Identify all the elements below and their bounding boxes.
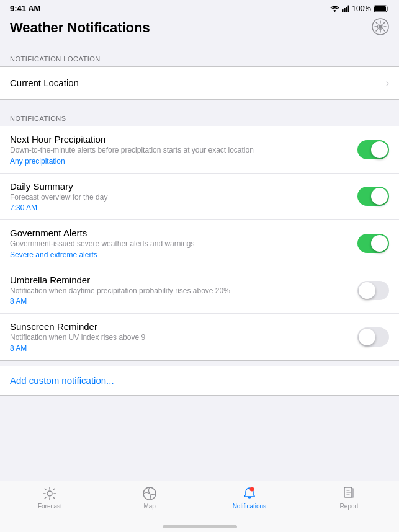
status-time: 9:41 AM <box>10 4 40 13</box>
add-custom-section: Add custom notification... <box>0 366 399 396</box>
notification-detail: 8 AM <box>10 344 357 353</box>
svg-rect-2 <box>346 7 348 12</box>
report-icon <box>342 486 357 501</box>
svg-point-9 <box>47 491 52 496</box>
page-header: Weather Notifications <box>0 16 399 45</box>
tab-forecast[interactable]: Forecast <box>0 486 100 510</box>
notification-item-content: Umbrella Reminder Notification when dayt… <box>10 275 357 306</box>
notification-detail: Any precipitation <box>10 157 357 166</box>
notification-subtitle: Government-issued severe weather alerts … <box>10 239 357 249</box>
current-location-content: Current Location <box>10 78 381 89</box>
battery-icon <box>374 5 389 12</box>
status-bar: 9:41 AM 100% <box>0 0 399 16</box>
map-icon <box>142 486 157 501</box>
svg-rect-5 <box>374 6 386 11</box>
status-icons: 100% <box>330 4 389 13</box>
status-right: 100% <box>330 4 389 13</box>
add-custom-label: Add custom notification... <box>10 375 114 386</box>
svg-point-7 <box>379 25 382 29</box>
notification-title: Umbrella Reminder <box>10 275 357 285</box>
location-card: Current Location › <box>0 66 399 100</box>
notifications-icon <box>242 486 257 501</box>
tab-notifications-label: Notifications <box>233 503 266 510</box>
tab-forecast-label: Forecast <box>38 503 62 510</box>
gear-icon <box>372 18 389 35</box>
tab-report-label: Report <box>340 503 359 510</box>
notifications-card: Next Hour Precipitation Down-to-the-minu… <box>0 126 399 361</box>
chevron-right-icon: › <box>386 78 389 89</box>
toggle-umbrella[interactable] <box>357 281 389 300</box>
list-item: Umbrella Reminder Notification when dayt… <box>0 267 399 314</box>
notification-subtitle: Down-to-the-minute alerts before precipi… <box>10 146 357 156</box>
toggle-thumb <box>371 235 388 252</box>
notifications-section-label: NOTIFICATIONS <box>0 105 399 126</box>
tab-bar: Forecast Map Notifications <box>0 481 399 532</box>
notification-title: Government Alerts <box>10 228 357 238</box>
notification-detail: Severe and extreme alerts <box>10 250 357 259</box>
page-title: Weather Notifications <box>10 20 150 36</box>
list-item: Next Hour Precipitation Down-to-the-minu… <box>0 126 399 174</box>
wifi-icon <box>330 5 339 12</box>
notification-title: Next Hour Precipitation <box>10 134 357 144</box>
tab-map-label: Map <box>143 503 155 510</box>
notification-subtitle: Notification when daytime precipitation … <box>10 286 357 296</box>
location-section-label: NOTIFICATION LOCATION <box>0 45 399 66</box>
current-location-title: Current Location <box>10 78 381 88</box>
current-location-item[interactable]: Current Location › <box>0 67 399 99</box>
list-item: Daily Summary Forecast overview for the … <box>0 174 399 221</box>
svg-rect-0 <box>342 9 344 12</box>
notification-subtitle: Notification when UV index rises above 9 <box>10 333 357 343</box>
notification-item-content: Next Hour Precipitation Down-to-the-minu… <box>10 134 357 166</box>
add-custom-button[interactable]: Add custom notification... <box>0 366 399 396</box>
toggle-thumb <box>371 141 388 158</box>
toggle-daily-summary[interactable] <box>357 187 389 206</box>
forecast-icon <box>42 486 57 501</box>
location-section: NOTIFICATION LOCATION Current Location › <box>0 45 399 100</box>
notification-detail: 7:30 AM <box>10 203 357 212</box>
signal-icon <box>342 5 349 12</box>
settings-button[interactable] <box>372 18 389 38</box>
notification-subtitle: Forecast overview for the day <box>10 193 357 203</box>
notification-item-content: Sunscreen Reminder Notification when UV … <box>10 321 357 353</box>
notification-item-content: Daily Summary Forecast overview for the … <box>10 181 357 213</box>
toggle-government-alerts[interactable] <box>357 234 389 253</box>
notification-detail: 8 AM <box>10 297 357 306</box>
home-indicator <box>163 525 237 528</box>
notification-item-content: Government Alerts Government-issued seve… <box>10 228 357 259</box>
battery-text: 100% <box>352 4 371 13</box>
notification-title: Sunscreen Reminder <box>10 321 357 332</box>
notification-title: Daily Summary <box>10 181 357 192</box>
list-item: Sunscreen Reminder Notification when UV … <box>0 314 399 360</box>
toggle-thumb <box>359 329 375 345</box>
toggle-next-hour[interactable] <box>357 140 389 159</box>
tab-map[interactable]: Map <box>100 486 200 510</box>
notifications-section: NOTIFICATIONS Next Hour Precipitation Do… <box>0 105 399 361</box>
tab-report[interactable]: Report <box>299 486 399 510</box>
svg-rect-3 <box>348 5 350 12</box>
svg-point-11 <box>249 487 254 492</box>
list-item: Government Alerts Government-issued seve… <box>0 220 399 267</box>
tab-notifications[interactable]: Notifications <box>200 486 300 510</box>
toggle-sunscreen[interactable] <box>357 327 389 347</box>
toggle-thumb <box>359 282 375 299</box>
svg-rect-1 <box>344 8 346 12</box>
